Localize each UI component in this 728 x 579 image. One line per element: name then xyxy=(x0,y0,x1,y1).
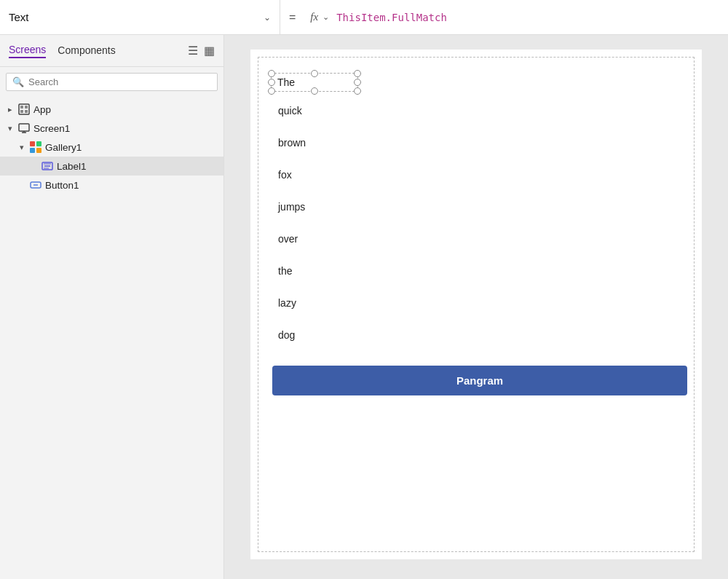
handle-bot-left[interactable] xyxy=(268,87,275,95)
gallery-items: The quick brown fox jumps over the lazy … xyxy=(265,64,687,395)
chevron-down-icon: ▾ xyxy=(6,124,15,133)
tree-label-app: App xyxy=(33,104,51,115)
button-icon xyxy=(29,178,42,192)
handle-mid-right[interactable] xyxy=(354,79,361,86)
search-input[interactable] xyxy=(28,76,211,87)
word-over: over xyxy=(265,223,687,255)
fx-chevron-icon: ⌄ xyxy=(323,12,329,22)
grid-view-icon[interactable]: ▦ xyxy=(204,44,215,58)
label-spacer xyxy=(29,162,38,170)
tree-label-button1: Button1 xyxy=(45,180,79,191)
sidebar-tabs: Screens Components ☰ ▦ xyxy=(0,35,223,67)
component-tree: ▸ App ▾ xyxy=(0,97,223,579)
handle-mid-left[interactable] xyxy=(268,79,275,86)
word-lazy: lazy xyxy=(265,287,687,319)
list-view-icon[interactable]: ☰ xyxy=(188,44,198,58)
equals-sign: = xyxy=(280,11,304,24)
word-jumps: jumps xyxy=(265,191,687,223)
sidebar-view-icons: ☰ ▦ xyxy=(188,44,215,58)
handle-top-left[interactable] xyxy=(268,70,275,77)
tree-item-label1[interactable]: Label1 xyxy=(0,157,223,176)
property-name: Text xyxy=(9,11,258,23)
handle-bot-mid[interactable] xyxy=(311,87,318,95)
tree-item-app[interactable]: ▸ App xyxy=(0,100,223,119)
tree-label-label1: Label1 xyxy=(57,161,87,172)
gallery-icon xyxy=(29,141,42,154)
search-icon: 🔍 xyxy=(12,76,24,87)
svg-rect-3 xyxy=(20,110,23,113)
selected-label-box: The xyxy=(271,73,358,92)
tree-item-screen1[interactable]: ▾ Screen1 xyxy=(0,119,223,138)
svg-rect-11 xyxy=(36,148,41,153)
svg-rect-10 xyxy=(30,148,35,153)
tree-item-gallery1[interactable]: ▾ Gallery1 xyxy=(0,138,223,157)
search-box[interactable]: 🔍 xyxy=(6,73,218,91)
word-quick: quick xyxy=(265,95,687,127)
first-word-text: The xyxy=(277,76,295,88)
property-dropdown[interactable]: Text ⌄ xyxy=(0,0,280,34)
handle-top-mid[interactable] xyxy=(311,70,318,77)
handle-top-right[interactable] xyxy=(354,70,361,77)
sidebar: Screens Components ☰ ▦ 🔍 ▸ xyxy=(0,35,224,579)
app-icon xyxy=(17,103,31,116)
tab-screens[interactable]: Screens xyxy=(9,44,46,58)
tree-label-gallery1: Gallery1 xyxy=(45,142,82,153)
svg-rect-2 xyxy=(25,106,28,109)
tree-item-button1[interactable]: Button1 xyxy=(0,176,223,194)
screen-icon xyxy=(17,122,31,135)
button-spacer xyxy=(17,181,26,189)
top-bar: Text ⌄ = fx ⌄ ThisItem.FullMatch xyxy=(0,0,728,35)
handle-bot-right[interactable] xyxy=(354,87,361,95)
formula-bar[interactable]: fx ⌄ ThisItem.FullMatch xyxy=(304,11,728,23)
word-the: the xyxy=(265,255,687,287)
svg-rect-8 xyxy=(30,141,35,146)
gallery-item-first[interactable]: The xyxy=(271,73,687,92)
word-dog: dog xyxy=(265,319,687,351)
gallery-chevron-down-icon: ▾ xyxy=(17,143,26,152)
formula-text[interactable]: ThisItem.FullMatch xyxy=(336,12,447,23)
tree-label-screen1: Screen1 xyxy=(33,123,70,134)
dropdown-arrow-icon: ⌄ xyxy=(264,12,271,23)
pangram-button[interactable]: Pangram xyxy=(272,366,687,395)
svg-rect-5 xyxy=(19,124,29,131)
word-brown: brown xyxy=(265,127,687,159)
svg-rect-1 xyxy=(20,106,23,109)
svg-rect-4 xyxy=(25,110,28,113)
svg-rect-9 xyxy=(36,141,41,146)
canvas-frame: The quick brown fox jumps over the lazy … xyxy=(250,50,702,559)
main-layout: Screens Components ☰ ▦ 🔍 ▸ xyxy=(0,35,728,579)
word-fox: fox xyxy=(265,159,687,191)
canvas-area: The quick brown fox jumps over the lazy … xyxy=(224,35,728,579)
label-icon xyxy=(41,159,54,173)
tab-components[interactable]: Components xyxy=(58,44,115,58)
chevron-right-icon: ▸ xyxy=(6,105,15,114)
fx-icon: fx xyxy=(310,11,318,23)
